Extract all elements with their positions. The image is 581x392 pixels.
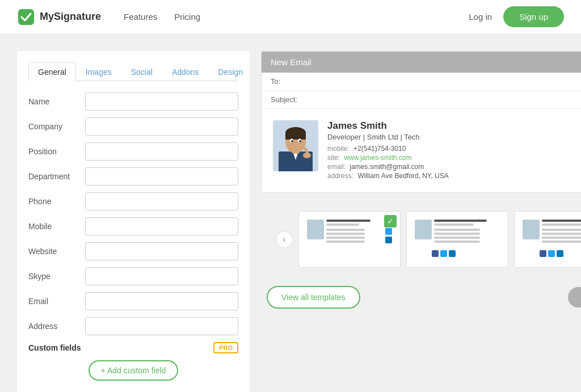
sig-address: address: William Ave Bedford, NY, USA	[327, 172, 581, 180]
template-1-text	[326, 220, 381, 245]
template-2-photo	[415, 220, 432, 239]
address-label: Address	[28, 322, 85, 331]
template-1-photo	[307, 220, 324, 239]
svg-rect-6	[285, 133, 306, 140]
svg-rect-0	[18, 9, 34, 25]
sig-mobile: mobile: +2(541)754-3010	[327, 145, 581, 153]
bottom-actions: View all templates Save signature	[261, 286, 581, 309]
department-input[interactable]	[85, 167, 238, 186]
view-all-templates-button[interactable]: View all templates	[267, 286, 360, 309]
company-input[interactable]	[85, 117, 238, 136]
tab-addons[interactable]: Addons	[162, 62, 208, 81]
tab-social[interactable]: Social	[121, 62, 162, 81]
skype-row: Skype	[28, 267, 238, 285]
address-input[interactable]	[85, 317, 238, 335]
name-input[interactable]	[85, 92, 238, 111]
template-check-icon: ✓	[384, 215, 397, 227]
sig-title: Developer | Smith Ltd | Tech	[327, 133, 581, 141]
subject-label: Subject:	[271, 95, 297, 104]
add-custom-field-button[interactable]: + Add custom field	[89, 360, 179, 381]
department-label: Department	[28, 172, 85, 181]
custom-fields-section: Custom fields PRO	[28, 342, 238, 353]
template-3-preview	[520, 217, 581, 247]
template-3-photo	[523, 220, 540, 239]
logo-text: MySignature	[40, 11, 101, 23]
template-2-preview	[412, 217, 502, 247]
phone-row: Phone	[28, 192, 238, 210]
pro-badge: PRO	[213, 342, 238, 353]
phone-label: Phone	[28, 197, 85, 206]
templates-section: ‹ ✓	[261, 202, 581, 277]
skype-label: Skype	[28, 272, 85, 281]
website-row: Website	[28, 242, 238, 260]
templates-carousel: ‹ ✓	[270, 211, 581, 268]
template-card-2[interactable]	[406, 211, 508, 268]
email-header-bar: New Email	[262, 52, 581, 73]
tab-images[interactable]: Images	[76, 62, 121, 81]
left-panel: General Images Social Addons Design Name…	[17, 51, 250, 392]
form: Name Company Position Department Phone M…	[28, 92, 238, 335]
svg-point-11	[303, 153, 311, 158]
email-subject-row: Subject:	[262, 91, 581, 109]
template-card-1[interactable]: ✓	[298, 211, 401, 268]
header-actions: Log in Sign up	[469, 6, 564, 27]
website-label: Website	[28, 247, 85, 256]
mobile-input[interactable]	[85, 217, 238, 235]
right-panel: New Email To: Subject:	[261, 51, 581, 392]
email-input[interactable]	[85, 292, 238, 310]
company-label: Company	[28, 122, 85, 131]
position-input[interactable]	[85, 142, 238, 161]
position-label: Position	[28, 147, 85, 156]
address-row: Address	[28, 317, 238, 335]
company-row: Company	[28, 117, 238, 136]
signup-button[interactable]: Sign up	[503, 6, 564, 27]
name-row: Name	[28, 92, 238, 111]
signature-info: James Smith Developer | Smith Ltd | Tech…	[327, 120, 581, 181]
custom-fields-label: Custom fields	[28, 343, 81, 352]
template-card-3[interactable]	[514, 211, 581, 268]
sig-email: email: james.smith@gmail.com	[327, 163, 581, 171]
main-nav: Features Pricing	[124, 12, 469, 22]
sig-name: James Smith	[327, 120, 581, 132]
mobile-label: Mobile	[28, 222, 85, 231]
email-title: New Email	[271, 57, 311, 67]
logo[interactable]: MySignature	[17, 8, 101, 26]
sig-site: site: www.james-smith.com	[327, 154, 581, 162]
svg-point-9	[291, 140, 293, 142]
department-row: Department	[28, 167, 238, 186]
main-content: General Images Social Addons Design Name…	[0, 34, 581, 392]
to-label: To:	[271, 77, 280, 86]
position-row: Position	[28, 142, 238, 161]
tabs: General Images Social Addons Design	[28, 62, 238, 81]
logo-icon	[17, 8, 35, 26]
email-row: Email	[28, 292, 238, 310]
tab-general[interactable]: General	[28, 62, 76, 81]
mobile-row: Mobile	[28, 217, 238, 235]
tab-design[interactable]: Design	[208, 62, 252, 81]
nav-features[interactable]: Features	[124, 12, 157, 22]
template-2-text	[434, 220, 500, 245]
skype-input[interactable]	[85, 267, 238, 285]
email-body: James Smith Developer | Smith Ltd | Tech…	[262, 109, 581, 192]
template-3-text	[542, 220, 581, 245]
person-svg	[273, 120, 318, 171]
email-to-row: To:	[262, 73, 581, 91]
name-label: Name	[28, 97, 85, 106]
login-button[interactable]: Log in	[469, 12, 492, 22]
template-3-social	[520, 250, 581, 257]
template-items: ✓	[298, 211, 581, 268]
header: MySignature Features Pricing Log in Sign…	[0, 0, 581, 34]
email-label: Email	[28, 297, 85, 306]
svg-point-10	[299, 140, 301, 142]
email-preview: New Email To: Subject:	[261, 51, 581, 193]
nav-pricing[interactable]: Pricing	[174, 12, 200, 22]
template-2-social	[412, 250, 502, 257]
website-input[interactable]	[85, 242, 238, 260]
signature-photo	[273, 120, 318, 171]
save-signature-button[interactable]: Save signature	[568, 287, 581, 307]
phone-input[interactable]	[85, 192, 238, 210]
template-1-preview	[305, 217, 394, 247]
prev-arrow[interactable]: ‹	[276, 231, 293, 248]
